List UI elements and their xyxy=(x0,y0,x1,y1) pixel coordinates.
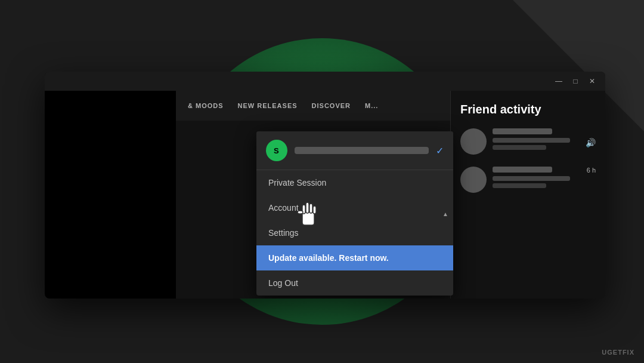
dropdown-item-update[interactable]: Update available. Restart now. xyxy=(256,245,453,270)
dropdown-header: S ✓ ▲ xyxy=(256,131,453,170)
nav-item-discover[interactable]: DISCOVER xyxy=(312,102,351,109)
friend-info xyxy=(493,167,596,188)
friend-item: 🔊 xyxy=(460,128,596,155)
title-bar: — □ ✕ xyxy=(45,72,605,91)
friend-time: 6 h xyxy=(587,167,596,174)
friend-panel-title: Friend activity xyxy=(460,103,596,116)
speaker-icon: 🔊 xyxy=(586,138,596,147)
scroll-up-icon: ▲ xyxy=(442,210,448,217)
nav-item-more[interactable]: M... xyxy=(365,102,378,109)
friend-track-blur2 xyxy=(493,183,546,188)
friend-item: 6 h xyxy=(460,167,596,193)
dropdown-item-private-session[interactable]: Private Session xyxy=(256,170,453,195)
friend-avatar xyxy=(460,128,487,155)
friend-activity-panel: Friend activity 🔊 6 h xyxy=(450,91,605,299)
minimize-button[interactable]: — xyxy=(550,73,567,90)
nav-bar: & MOODS NEW RELEASES DISCOVER M... xyxy=(176,91,450,121)
friend-track-blur xyxy=(493,176,570,181)
spotify-window: — □ ✕ & MOODS NEW RELEASES DISCOVER M...… xyxy=(45,72,605,299)
maximize-button[interactable]: □ xyxy=(567,73,584,90)
friend-name-blur xyxy=(493,167,552,173)
friend-name-blur xyxy=(493,128,552,134)
nav-item-new-releases[interactable]: NEW RELEASES xyxy=(238,102,298,109)
friend-track-blur2 xyxy=(493,145,546,150)
friend-avatar xyxy=(460,167,487,193)
close-button[interactable]: ✕ xyxy=(584,73,600,90)
dropdown-item-logout[interactable]: Log Out xyxy=(256,270,453,296)
user-avatar: S xyxy=(266,140,287,161)
watermark: UGETFIX xyxy=(602,349,634,356)
nav-item-moods[interactable]: & MOODS xyxy=(188,102,224,109)
friend-track-blur xyxy=(493,138,570,143)
friend-info xyxy=(493,128,596,150)
dropdown-menu: S ✓ ▲ Private Session Account Settings U… xyxy=(256,131,453,296)
check-icon: ✓ xyxy=(436,145,444,156)
dropdown-item-account[interactable]: Account xyxy=(256,195,453,220)
sidebar xyxy=(45,91,176,299)
svg-text:S: S xyxy=(274,146,279,155)
username-blur xyxy=(295,147,429,154)
dropdown-item-settings[interactable]: Settings xyxy=(256,220,453,245)
